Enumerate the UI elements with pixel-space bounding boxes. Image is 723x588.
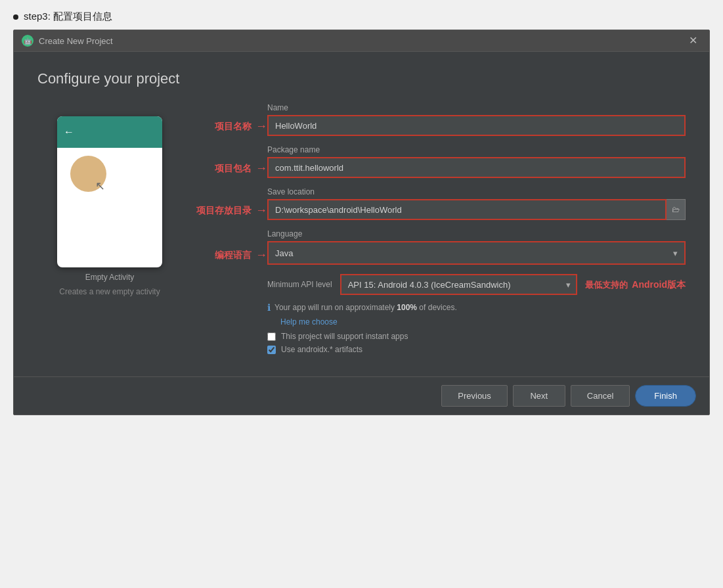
save-annotation-arrow: → bbox=[255, 204, 267, 217]
cancel-button[interactable]: Cancel bbox=[571, 385, 630, 407]
android-logo-icon: 🤖 bbox=[22, 35, 33, 47]
dialog-footer: Previous Next Cancel Finish bbox=[14, 376, 709, 415]
info-suffix: of devices. bbox=[417, 303, 457, 312]
language-label: Language bbox=[267, 229, 686, 238]
min-api-section: Minimum API level API 15: Android 4.0.3 … bbox=[267, 274, 686, 358]
name-input[interactable] bbox=[267, 115, 686, 136]
content-row: ← ↖ Empty Activity Creates a new empty a… bbox=[37, 103, 686, 358]
dialog-window: 🤖 Create New Project ✕ Configure your pr… bbox=[13, 30, 710, 415]
min-api-label: Minimum API level bbox=[267, 280, 332, 289]
min-api-select[interactable]: API 15: Android 4.0.3 (IceCreamSandwich)… bbox=[340, 274, 578, 295]
step-title-row: step3: 配置项目信息 bbox=[13, 11, 710, 23]
info-icon: ℹ bbox=[267, 302, 271, 313]
name-annotation-arrow: → bbox=[255, 120, 267, 133]
language-annotation-arrow: → bbox=[255, 248, 267, 262]
folder-button[interactable]: 🗁 bbox=[667, 199, 686, 220]
api-annotation-text: 最低支持的 bbox=[585, 279, 628, 291]
dialog-titlebar: 🤖 Create New Project ✕ bbox=[14, 30, 709, 52]
info-text: Your app will run on approximately 100% … bbox=[274, 302, 457, 313]
androidx-row: Use androidx.* artifacts bbox=[267, 345, 686, 354]
min-api-annotation: 最低支持的 Android版本 bbox=[585, 279, 686, 291]
package-row: 项目包名 → Package name bbox=[182, 145, 686, 178]
androidx-label: Use androidx.* artifacts bbox=[281, 345, 362, 354]
language-select-wrapper: Java Kotlin bbox=[267, 241, 686, 265]
activity-desc: Creates a new empty activity bbox=[59, 287, 160, 296]
api-select-wrapper: API 15: Android 4.0.3 (IceCreamSandwich)… bbox=[340, 274, 578, 295]
name-annotation-side: 项目名称 → bbox=[182, 120, 267, 136]
info-prefix: Your app will run on approximately bbox=[274, 303, 397, 312]
info-percent: 100% bbox=[397, 303, 417, 312]
next-button[interactable]: Next bbox=[513, 385, 565, 407]
save-annotation-side: 项目存放目录 → bbox=[182, 204, 267, 220]
package-annotation-side: 项目包名 → bbox=[182, 162, 267, 178]
name-input-wrap: Name bbox=[267, 103, 686, 136]
instant-apps-row: This project will support instant apps bbox=[267, 332, 686, 341]
name-annotation-text: 项目名称 bbox=[199, 121, 252, 133]
save-input-wrap: Save location 🗁 bbox=[267, 187, 686, 220]
instant-apps-label: This project will support instant apps bbox=[281, 332, 408, 341]
back-arrow-icon: ← bbox=[64, 126, 74, 138]
language-select[interactable]: Java Kotlin bbox=[269, 242, 684, 263]
step-bullet bbox=[13, 14, 18, 20]
language-input-wrap: Language Java Kotlin bbox=[267, 229, 686, 265]
finish-button[interactable]: Finish bbox=[635, 385, 696, 407]
save-row: 项目存放目录 → Save location 🗁 bbox=[182, 187, 686, 220]
dialog-body: Configure your project ← ↖ Empty Activit… bbox=[14, 52, 709, 376]
previous-button[interactable]: Previous bbox=[441, 385, 508, 407]
name-row: 项目名称 → Name bbox=[182, 103, 686, 136]
package-input[interactable] bbox=[267, 157, 686, 178]
activity-label: Empty Activity bbox=[85, 273, 135, 282]
titlebar-left: 🤖 Create New Project bbox=[22, 35, 113, 47]
androidx-checkbox[interactable] bbox=[267, 346, 276, 354]
api-row: Minimum API level API 15: Android 4.0.3 … bbox=[267, 274, 686, 295]
phone-with-annotations: ← ↖ Empty Activity Creates a new empty a… bbox=[57, 116, 162, 296]
language-row: 编程语言 → Language Java Kotlin bbox=[182, 229, 686, 265]
phone-panel: ← ↖ Empty Activity Creates a new empty a… bbox=[37, 116, 182, 296]
form-panel: 项目名称 → Name 项目包名 → bbox=[182, 103, 686, 358]
package-annotation-text: 项目包名 bbox=[199, 163, 252, 175]
close-button[interactable]: ✕ bbox=[685, 34, 701, 47]
package-input-wrap: Package name bbox=[267, 145, 686, 178]
dialog-heading: Configure your project bbox=[37, 70, 686, 87]
phone-card: ← ↖ bbox=[57, 116, 162, 267]
step-title-text: step3: 配置项目信息 bbox=[24, 11, 112, 23]
help-link[interactable]: Help me choose bbox=[280, 317, 686, 327]
cursor-icon: ↖ bbox=[95, 179, 105, 193]
save-input-group: 🗁 bbox=[267, 199, 686, 220]
api-annotation-android: Android版本 bbox=[632, 279, 686, 291]
info-row: ℹ Your app will run on approximately 100… bbox=[267, 302, 686, 313]
save-input[interactable] bbox=[267, 199, 667, 220]
language-annotation-text: 编程语言 bbox=[199, 250, 252, 261]
language-annotation-side: 编程语言 → bbox=[182, 248, 267, 265]
package-label: Package name bbox=[267, 145, 686, 154]
save-label: Save location bbox=[267, 187, 686, 196]
dialog-title: Create New Project bbox=[39, 36, 113, 46]
page-outer: step3: 配置项目信息 🤖 Create New Project ✕ Con… bbox=[0, 0, 723, 426]
phone-card-header: ← bbox=[57, 116, 162, 148]
package-annotation-arrow: → bbox=[255, 162, 267, 175]
instant-apps-checkbox[interactable] bbox=[267, 332, 276, 341]
name-label: Name bbox=[267, 103, 686, 112]
save-annotation-text: 项目存放目录 bbox=[196, 205, 252, 217]
